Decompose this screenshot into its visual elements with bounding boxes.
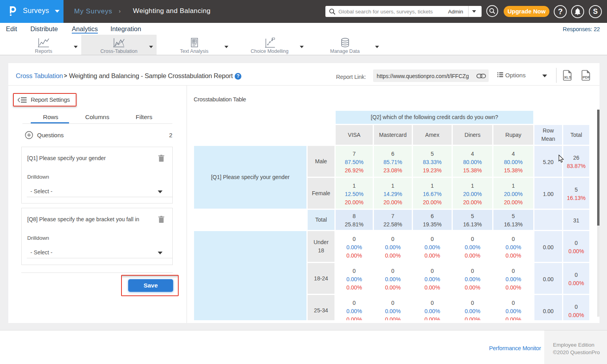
- svg-text:PDF: PDF: [583, 75, 590, 79]
- svg-text:XLS: XLS: [564, 75, 571, 79]
